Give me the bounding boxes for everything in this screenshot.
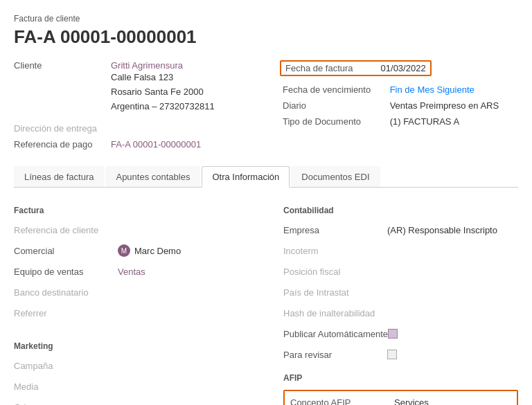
diary-label: Diario	[280, 98, 387, 114]
tab-documentos[interactable]: Documentos EDI	[291, 166, 380, 187]
payment-ref-label: Referencia de pago	[14, 139, 111, 150]
client-address-line3: Argentina – 27320732811	[111, 100, 215, 114]
tab-otra-info[interactable]: Otra Información	[202, 166, 290, 188]
tab-lineas[interactable]: Líneas de factura	[14, 166, 104, 187]
sales-team-label: Equipo de ventas	[14, 267, 118, 277]
due-date-label: Fecha de vencimiento	[280, 82, 387, 98]
campaign-label: Campaña	[14, 361, 118, 371]
publish-auto-label: Publicar Automáticamente	[283, 329, 388, 339]
client-address-line2: Rosario Santa Fe 2000	[111, 85, 215, 100]
origin-label: Origen	[14, 402, 118, 405]
fiscal-pos-label: Posición fiscal	[283, 267, 387, 277]
due-date-value: Fin de Mes Siguiente	[387, 82, 518, 98]
doc-type-label: Tipo de Documento	[280, 114, 387, 129]
incoterm-label: Incoterm	[283, 246, 387, 256]
tab-apuntes[interactable]: Apuntes contables	[105, 166, 200, 187]
afip-concept-value: Services	[394, 397, 429, 405]
invoice-date-row[interactable]: Fecha de factura 01/03/2022	[280, 60, 432, 76]
client-name[interactable]: Gritti Agrimensura	[111, 60, 215, 71]
tab-bar: Líneas de factura Apuntes contables Otra…	[14, 166, 518, 188]
afip-section-title: AFIP	[283, 373, 518, 383]
client-address-line1: Calle Falsa 123	[111, 71, 215, 85]
comercial-name: Marc Demo	[134, 246, 181, 256]
afip-concept-label: Concepto AFIP	[290, 397, 394, 405]
company-value: (AR) Responsable Inscripto	[387, 225, 497, 235]
company-label: Empresa	[283, 225, 387, 235]
delivery-label: Dirección de entrega	[14, 123, 111, 134]
diary-value: Ventas Preimpreso en ARS	[387, 98, 518, 114]
page-title: FA-A 00001-00000001	[14, 26, 518, 48]
publish-auto-checkbox[interactable]	[388, 329, 398, 339]
afip-block: Concepto AFIP Services Fecha del Servici…	[283, 390, 518, 405]
review-checkbox[interactable]	[387, 350, 397, 359]
comercial-avatar: M	[118, 244, 130, 257]
marketing-section-title: Marketing	[14, 341, 249, 351]
page-subtitle: Factura de cliente	[14, 14, 518, 24]
doc-type-value: (1) FACTURAS A	[387, 114, 518, 129]
client-ref-label: Referencia de cliente	[14, 225, 118, 235]
review-label: Para revisar	[283, 350, 387, 360]
client-label: Cliente	[14, 60, 111, 71]
referrer-label: Referrer	[14, 308, 118, 318]
comercial-label: Comercial	[14, 246, 118, 256]
invoice-section-title: Factura	[14, 206, 249, 215]
hash-label: Hash de inalterabilidad	[283, 308, 387, 318]
invoice-date-value: 01/03/2022	[381, 63, 426, 73]
sales-team-value[interactable]: Ventas	[118, 267, 145, 277]
invoice-date-label: Fecha de factura	[285, 63, 353, 73]
comercial-value[interactable]: M Marc Demo	[118, 244, 181, 257]
media-label: Media	[14, 381, 118, 392]
intrastat-label: País de Intrastat	[283, 287, 387, 298]
accounting-section-title: Contabilidad	[283, 206, 518, 215]
payment-ref-value[interactable]: FA-A 00001-00000001	[111, 139, 201, 150]
bank-dest-label: Banco destinatario	[14, 287, 118, 298]
